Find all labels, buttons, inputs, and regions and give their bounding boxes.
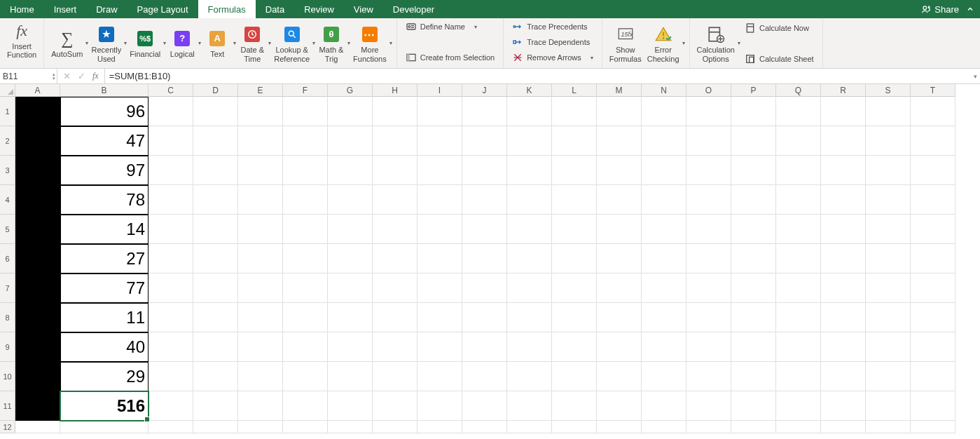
cell-I8[interactable] bbox=[417, 303, 462, 332]
cell-G12[interactable] bbox=[328, 421, 373, 433]
cell-L5[interactable] bbox=[552, 215, 597, 244]
cell-D6[interactable] bbox=[193, 244, 238, 273]
recently-used-button[interactable]: ★ Recently Used bbox=[88, 23, 124, 62]
cell-F3[interactable] bbox=[283, 156, 328, 185]
cell-T11[interactable] bbox=[911, 391, 955, 421]
row-header-6[interactable]: 6 bbox=[0, 244, 15, 273]
cell-N9[interactable] bbox=[642, 332, 686, 362]
cell-A5[interactable] bbox=[15, 215, 60, 244]
cell-J6[interactable] bbox=[462, 244, 507, 273]
column-header-D[interactable]: D bbox=[193, 84, 238, 97]
cell-A6[interactable] bbox=[15, 244, 60, 273]
cell-B7[interactable]: 77 bbox=[60, 273, 149, 303]
cell-A1[interactable] bbox=[15, 97, 60, 126]
cell-I5[interactable] bbox=[417, 215, 462, 244]
lookup-reference-button[interactable]: Lookup & Reference bbox=[271, 23, 312, 62]
cell-J1[interactable] bbox=[462, 97, 507, 126]
row-header-8[interactable]: 8 bbox=[0, 303, 15, 332]
cell-I2[interactable] bbox=[417, 126, 462, 156]
column-header-I[interactable]: I bbox=[417, 84, 462, 97]
cell-A10[interactable] bbox=[15, 362, 60, 391]
cell-N11[interactable] bbox=[642, 391, 686, 421]
cell-B11[interactable]: 516 bbox=[60, 391, 149, 421]
cell-Q12[interactable] bbox=[776, 421, 821, 433]
cell-A2[interactable] bbox=[15, 126, 60, 156]
cell-F9[interactable] bbox=[283, 332, 328, 362]
cell-O8[interactable] bbox=[686, 303, 731, 332]
cell-C5[interactable] bbox=[149, 215, 193, 244]
cell-N5[interactable] bbox=[642, 215, 686, 244]
column-header-Q[interactable]: Q bbox=[776, 84, 821, 97]
row-header-2[interactable]: 2 bbox=[0, 126, 15, 156]
cell-P3[interactable] bbox=[731, 156, 776, 185]
tab-insert[interactable]: Insert bbox=[44, 0, 87, 18]
cell-S7[interactable] bbox=[866, 273, 911, 303]
cell-C9[interactable] bbox=[149, 332, 193, 362]
cell-A7[interactable] bbox=[15, 273, 60, 303]
cell-E6[interactable] bbox=[238, 244, 283, 273]
more-functions-dropdown[interactable]: ▾ bbox=[389, 40, 392, 46]
cell-D5[interactable] bbox=[193, 215, 238, 244]
cell-G6[interactable] bbox=[328, 244, 373, 273]
cell-G1[interactable] bbox=[328, 97, 373, 126]
cell-T6[interactable] bbox=[911, 244, 955, 273]
text-button[interactable]: A Text bbox=[201, 27, 233, 58]
calculation-options-button[interactable]: Calculation Options bbox=[694, 23, 738, 62]
cell-S10[interactable] bbox=[866, 362, 911, 391]
cell-E12[interactable] bbox=[238, 421, 283, 433]
spreadsheet-grid[interactable]: ABCDEFGHIJKLMNOPQRST 1962473974785146277… bbox=[0, 84, 980, 439]
cell-M4[interactable] bbox=[597, 185, 642, 215]
cell-R7[interactable] bbox=[821, 273, 866, 303]
cell-H7[interactable] bbox=[373, 273, 417, 303]
cell-A12[interactable] bbox=[15, 421, 60, 433]
cell-H8[interactable] bbox=[373, 303, 417, 332]
cell-E2[interactable] bbox=[238, 126, 283, 156]
cell-E5[interactable] bbox=[238, 215, 283, 244]
cell-N2[interactable] bbox=[642, 126, 686, 156]
cell-T5[interactable] bbox=[911, 215, 955, 244]
cell-M8[interactable] bbox=[597, 303, 642, 332]
cell-D1[interactable] bbox=[193, 97, 238, 126]
cell-Q8[interactable] bbox=[776, 303, 821, 332]
name-box-spinner[interactable]: ▴▾ bbox=[53, 72, 55, 81]
column-header-T[interactable]: T bbox=[911, 84, 955, 97]
cell-E9[interactable] bbox=[238, 332, 283, 362]
cell-O5[interactable] bbox=[686, 215, 731, 244]
cell-Q11[interactable] bbox=[776, 391, 821, 421]
cell-F4[interactable] bbox=[283, 185, 328, 215]
cell-D11[interactable] bbox=[193, 391, 238, 421]
cell-I12[interactable] bbox=[417, 421, 462, 433]
cell-S3[interactable] bbox=[866, 156, 911, 185]
cell-R12[interactable] bbox=[821, 421, 866, 433]
cell-L4[interactable] bbox=[552, 185, 597, 215]
cell-T3[interactable] bbox=[911, 156, 955, 185]
cell-S4[interactable] bbox=[866, 185, 911, 215]
cell-N3[interactable] bbox=[642, 156, 686, 185]
cell-B4[interactable]: 78 bbox=[60, 185, 149, 215]
cell-P1[interactable] bbox=[731, 97, 776, 126]
cancel-formula-button[interactable]: ✕ bbox=[63, 71, 71, 81]
cell-J11[interactable] bbox=[462, 391, 507, 421]
row-header-11[interactable]: 11 bbox=[0, 391, 15, 421]
share-button[interactable]: Share bbox=[921, 0, 959, 18]
cell-M11[interactable] bbox=[597, 391, 642, 421]
column-header-E[interactable]: E bbox=[238, 84, 283, 97]
cell-R5[interactable] bbox=[821, 215, 866, 244]
tab-data[interactable]: Data bbox=[256, 0, 294, 18]
cell-B2[interactable]: 47 bbox=[60, 126, 149, 156]
cell-C7[interactable] bbox=[149, 273, 193, 303]
cell-C11[interactable] bbox=[149, 391, 193, 421]
cell-K7[interactable] bbox=[507, 273, 552, 303]
cell-B6[interactable]: 27 bbox=[60, 244, 149, 273]
cell-L9[interactable] bbox=[552, 332, 597, 362]
cell-M5[interactable] bbox=[597, 215, 642, 244]
cell-S8[interactable] bbox=[866, 303, 911, 332]
cell-Q2[interactable] bbox=[776, 126, 821, 156]
cell-T4[interactable] bbox=[911, 185, 955, 215]
cell-C2[interactable] bbox=[149, 126, 193, 156]
cell-L10[interactable] bbox=[552, 362, 597, 391]
cell-P11[interactable] bbox=[731, 391, 776, 421]
cell-R10[interactable] bbox=[821, 362, 866, 391]
fx-button[interactable]: fx bbox=[92, 71, 99, 81]
column-header-P[interactable]: P bbox=[731, 84, 776, 97]
